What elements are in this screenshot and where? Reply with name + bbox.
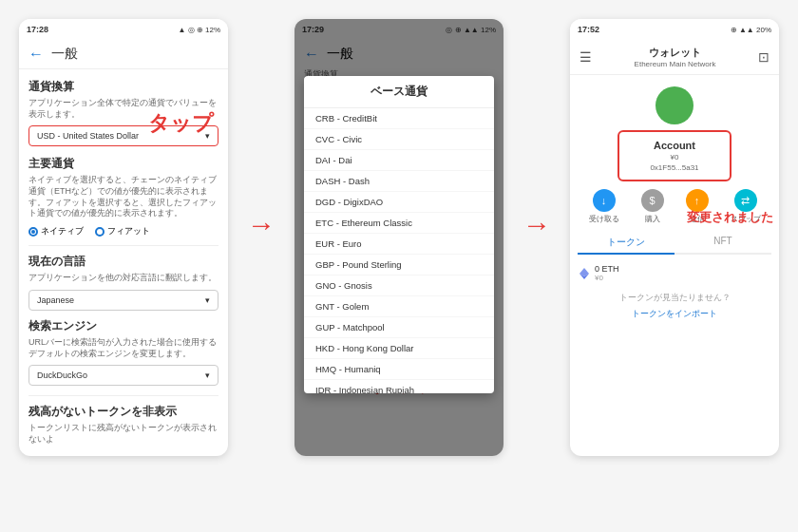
radio-group: ネイティブ フィアット [28,225,218,238]
account-label: Account [627,140,722,151]
eth-yen-value: ¥0 [595,274,619,282]
qr-icon[interactable]: ⊡ [758,49,770,65]
list-item[interactable]: GNT - Golem [304,296,494,317]
arrow-1-container: → [238,19,285,241]
wallet-title-block: ウォレット Ethereum Main Network [635,46,716,68]
eth-logo-icon [578,267,591,280]
status-bar-3: 17:52 ⊕ ▲▲ 20% [570,19,779,40]
back-button-1[interactable]: ← [28,46,44,63]
tab-token[interactable]: トークン [578,232,674,255]
buy-button[interactable]: $ 購入 [641,189,664,224]
screen1-body: 通貨換算 アプリケーション全体で特定の通貨でバリューを表示します。 USD - … [19,69,228,456]
screen1-title: 一般 [51,46,78,63]
account-address: 0x1F55...5a31 [627,163,722,172]
search-engine-value: DuckDuckGo [37,370,87,380]
divider-2 [28,395,218,396]
account-card: Account ¥0 0x1F55...5a31 [618,130,732,181]
eth-eth-value: 0 ETH [595,264,619,274]
list-item[interactable]: EUR - Euro [304,234,494,255]
currency-dropdown[interactable]: USD - United States Dollar ▾ [28,125,218,146]
wallet-subtitle: Ethereum Main Network [635,60,716,68]
time-3: 17:52 [578,25,599,34]
wallet-body: Account ¥0 0x1F55...5a31 ↓ 受け取る $ 購入 ↑ 送… [570,75,779,328]
radio-dot-native [28,227,38,237]
account-avatar [656,86,694,124]
buy-label: 購入 [645,214,660,224]
screen1-header: ← 一般 [19,40,228,69]
modal-title: ベース通貨 [304,76,494,108]
currency-value: USD - United States Dollar [37,131,139,141]
arrow-1: → [247,209,276,241]
receive-label: 受け取る [589,214,619,224]
list-item[interactable]: DAI - Dai [304,150,494,171]
arrow-2: → [522,209,551,241]
search-engine-dropdown[interactable]: DuckDuckGo ▾ [28,365,218,386]
battery-icon-3: ⊕ ▲▲ 20% [731,26,771,34]
list-item[interactable]: GBP - Pound Sterling [304,255,494,276]
status-icons-3: ⊕ ▲▲ 20% [731,26,771,34]
section2-title: 主要通貨 [28,156,218,172]
list-item[interactable]: CRB - CreditBit [304,108,494,129]
section2-desc: ネイティブを選択すると、チェーンのネイティブ通貨（ETHなど）での値が優先的に表… [28,175,218,219]
phone-screen-2: 17:29 ◎ ⊕ ▲▲ 12% ← 一般 通貨換算 ベース通貨 CRB - C… [294,19,504,456]
divider-1 [28,245,218,246]
language-value: Japanese [37,295,74,305]
search-arrow: ▾ [205,370,210,380]
status-icons-1: ▲ ◎ ⊕ 12% [178,26,220,34]
lang-arrow: ▾ [205,295,210,305]
receive-icon: ↓ [593,189,616,212]
tabs-row: トークン NFT [578,232,771,255]
arrow-2-container: → [513,19,560,241]
list-item[interactable]: CVC - Civic [304,129,494,150]
section4-title: 検索エンジン [28,318,218,334]
currency-modal[interactable]: ベース通貨 CRB - CreditBit CVC - Civic DAI - … [304,76,494,393]
list-item[interactable]: DGD - DigixDAO [304,192,494,213]
time-1: 17:28 [27,25,48,34]
section3-desc: アプリケーションを他の対応言語に翻訳します。 [28,273,218,284]
radio-fiat[interactable]: フィアット [95,225,150,238]
wallet-title: ウォレット [635,46,716,60]
phone-screen-1: 17:28 ▲ ◎ ⊕ 12% ← 一般 通貨換算 アプリケーション全体で特定の… [19,19,228,456]
list-item[interactable]: HKD - Hong Kong Dollar [304,338,494,359]
list-item[interactable]: DASH - Dash [304,171,494,192]
radio-native[interactable]: ネイティブ [28,225,84,238]
list-item[interactable]: IDR - Indonesian Rupiah [304,380,494,393]
section5-desc: トークンリストに残高がないトークンが表示されないよ [28,423,218,445]
section5-title: 残高がないトークンを非表示 [28,404,218,420]
list-item[interactable]: GNO - Gnosis [304,276,494,296]
radio-fiat-label: フィアット [107,225,150,238]
status-bar-1: 17:28 ▲ ◎ ⊕ 12% [19,19,228,40]
wallet-header: ☰ ウォレット Ethereum Main Network ⊡ [570,40,779,75]
section3-title: 現在の言語 [28,254,218,270]
main-content: 17:28 ▲ ◎ ⊕ 12% ← 一般 通貨換算 アプリケーション全体で特定の… [0,0,798,532]
no-token-text: トークンが見当たりません？ [578,292,771,304]
list-item[interactable]: GUP - Matchpool [304,317,494,338]
section1-desc: アプリケーション全体で特定の通貨でバリューを表示します。 [28,98,218,120]
changed-annotation: 変更されました [687,209,773,226]
account-value: ¥0 [627,153,722,162]
radio-dot-fiat [95,227,104,237]
eth-balance: 0 ETH ¥0 [578,260,771,286]
currency-list[interactable]: CRB - CreditBit CVC - Civic DAI - Dai DA… [304,108,494,393]
buy-icon: $ [641,189,664,212]
section1-title: 通貨換算 [28,79,218,95]
dropdown-arrow-1: ▾ [205,131,210,141]
section4-desc: URLバーに検索語句が入力された場合に使用するデフォルトの検索エンジンを変更しま… [28,337,218,359]
hamburger-icon[interactable]: ☰ [580,49,592,65]
list-item[interactable]: ETC - Ethereum Classic [304,213,494,234]
phone-screen-3: 17:52 ⊕ ▲▲ 20% ☰ ウォレット Ethereum Main Net… [570,19,779,456]
list-item[interactable]: HMQ - Humaniq [304,359,494,380]
battery-icon-1: ▲ ◎ ⊕ 12% [178,26,220,34]
tab-nft[interactable]: NFT [674,232,771,253]
receive-button[interactable]: ↓ 受け取る [589,189,619,224]
eth-amount: 0 ETH ¥0 [595,264,619,282]
radio-native-label: ネイティブ [41,225,84,238]
import-token-link[interactable]: トークンをインポート [578,308,771,320]
language-dropdown[interactable]: Japanese ▾ [28,290,218,311]
